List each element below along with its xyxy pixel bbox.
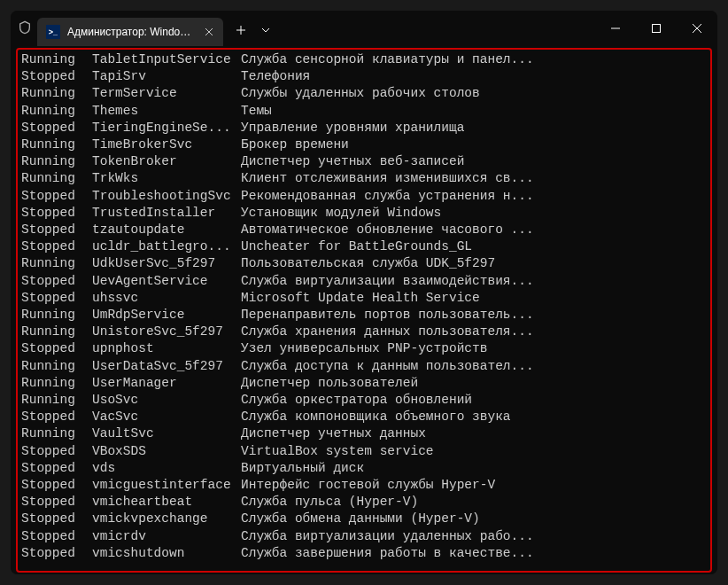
service-display: VirtualBox system service [241,443,707,460]
service-status: Stopped [21,238,92,255]
service-display: Установщик модулей Windows [241,205,707,222]
powershell-icon: >_ [46,25,60,39]
service-status: Running [21,51,92,68]
service-status: Stopped [21,494,92,511]
service-display: Служба обмена данными (Hyper-V) [241,511,707,527]
service-name: uhssvc [92,290,241,307]
tab-dropdown-button[interactable] [255,16,276,44]
service-status: Stopped [21,68,92,85]
service-status: Running [21,358,92,375]
service-display: Темы [241,103,707,120]
service-row: Running UserManager Диспетчер пользовате… [21,375,707,392]
service-name: Themes [92,103,241,120]
service-display: Перенаправитель портов пользователь... [241,307,707,324]
service-display: Автоматическое обновление часового ... [241,222,707,238]
service-row: Stopped UevAgentService Служба виртуализ… [21,273,707,290]
service-display: Диспетчер учетных веб-записей [241,153,707,170]
service-display: Службы удаленных рабочих столов [241,85,707,102]
service-row: Running UdkUserSvc_5f297 Пользовательска… [21,255,707,272]
close-button[interactable] [677,11,717,46]
service-row: Running Themes Темы [21,103,707,120]
service-display: Служба компоновщика объемного звука [241,409,707,425]
service-row: Stopped TapiSrv Телефония [21,68,707,85]
service-name: vmicshutdown [92,545,241,562]
service-display: Служба пульса (Hyper-V) [241,494,707,511]
service-display: Диспетчер учетных данных [241,425,707,442]
service-status: Running [21,307,92,324]
service-name: UnistoreSvc_5f297 [92,324,241,340]
service-status: Running [21,255,92,272]
service-status: Running [21,103,92,120]
service-display: Диспетчер пользователей [241,375,707,392]
service-row: Running VaultSvc Диспетчер учетных данны… [21,425,707,442]
service-name: UserDataSvc_5f297 [92,358,241,375]
service-name: VacSvc [92,409,241,425]
service-status: Stopped [21,205,92,222]
service-display: Microsoft Update Health Service [241,290,707,307]
service-display: Телефония [241,68,707,85]
service-name: TokenBroker [92,153,241,170]
tab-active[interactable]: >_ Администратор: Windows Po [37,18,223,46]
service-name: TimeBrokerSvc [92,136,241,153]
service-row: Running TrkWks Клиент отслеживания измен… [21,170,707,187]
service-name: ucldr_battlegro... [92,238,241,255]
service-status: Running [21,425,92,442]
terminal-window: >_ Администратор: Windows Po Running Tab… [11,11,717,574]
window-controls [595,11,717,46]
service-name: TabletInputService [92,51,241,68]
service-row: Stopped vmicshutdown Служба завершения р… [21,545,707,562]
maximize-button[interactable] [636,11,677,46]
service-name: TermService [92,85,241,102]
service-status: Running [21,170,92,187]
service-display: Uncheater for BattleGrounds_GL [241,238,707,255]
service-row: Stopped vmicguestinterface Интерфейс гос… [21,477,707,494]
service-name: vds [92,460,241,477]
service-row: Running UsoSvc Служба оркестратора обнов… [21,392,707,409]
service-status: Running [21,324,92,340]
service-display: Служба виртуализации удаленных рабо... [241,528,707,545]
svg-rect-5 [653,25,661,33]
service-status: Stopped [21,290,92,307]
service-row: Stopped TieringEngineSe... Управление ур… [21,120,707,136]
service-row: Stopped tzautoupdate Автоматическое обно… [21,222,707,238]
service-name: vmicrdv [92,528,241,545]
service-display: Управление уровнями хранилища [241,120,707,136]
service-name: tzautoupdate [92,222,241,238]
service-status: Stopped [21,273,92,290]
service-row: Running UmRdpService Перенаправитель пор… [21,307,707,324]
terminal-area[interactable]: Running TabletInputService Служба сенсор… [11,46,717,574]
service-status: Stopped [21,477,92,494]
service-row: Stopped vmickvpexchange Служба обмена да… [21,511,707,527]
shield-icon [18,20,32,36]
new-tab-button[interactable] [227,16,255,44]
service-status: Running [21,153,92,170]
titlebar: >_ Администратор: Windows Po [11,11,717,46]
service-status: Stopped [21,460,92,477]
service-name: VaultSvc [92,425,241,442]
service-display: Пользовательская служба UDK_5f297 [241,255,707,272]
service-row: Stopped VacSvc Служба компоновщика объем… [21,409,707,425]
tab-close-button[interactable] [202,25,216,39]
minimize-button[interactable] [595,11,636,46]
service-display: Служба сенсорной клавиатуры и панел... [241,51,707,68]
service-row: Stopped TrustedInstaller Установщик моду… [21,205,707,222]
service-name: upnphost [92,340,241,357]
service-display: Интерфейс гостевой службы Hyper-V [241,477,707,494]
service-row: Running TokenBroker Диспетчер учетных ве… [21,153,707,170]
service-display: Клиент отслеживания изменившихся св... [241,170,707,187]
service-row: Running UserDataSvc_5f297 Служба доступа… [21,358,707,375]
service-status: Stopped [21,120,92,136]
service-status: Stopped [21,409,92,425]
service-name: TapiSrv [92,68,241,85]
service-status: Running [21,85,92,102]
service-name: TroubleshootingSvc [92,188,241,205]
service-row: Stopped vmicrdv Служба виртуализации уда… [21,528,707,545]
tab-title: Администратор: Windows Po [67,26,195,38]
service-name: TrustedInstaller [92,205,241,222]
service-row: Stopped upnphost Узел универсальных PNP-… [21,340,707,357]
service-row: Running UnistoreSvc_5f297 Служба хранени… [21,324,707,340]
service-status: Running [21,375,92,392]
service-display: Узел универсальных PNP-устройств [241,340,707,357]
service-status: Stopped [21,528,92,545]
service-name: UsoSvc [92,392,241,409]
